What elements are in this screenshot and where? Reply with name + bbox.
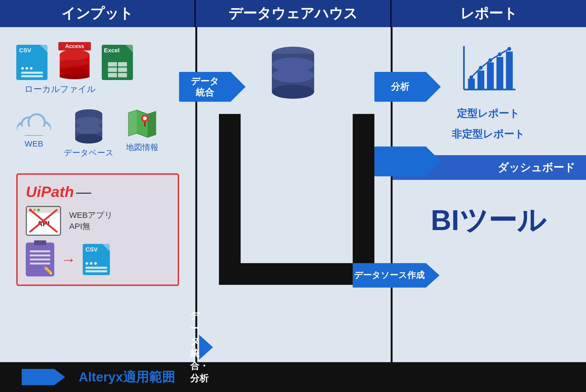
svg-point-31: [488, 58, 492, 62]
access-file-item: Access: [58, 42, 91, 80]
svg-rect-27: [496, 57, 503, 90]
svg-rect-24: [468, 79, 475, 90]
dwh-database-icon: [270, 46, 316, 106]
csv-output-icon: [83, 244, 110, 275]
database-item: データベース: [64, 109, 114, 158]
access-badge: Access: [58, 42, 91, 50]
clipboard-icon: ✏️: [26, 243, 54, 276]
svg-point-20: [272, 68, 314, 82]
header-dwh-label: データウェアハウス: [228, 4, 358, 23]
local-files-caption: ローカルファイル: [24, 83, 179, 95]
excel-icon: [102, 45, 133, 80]
bottom-arrow-icon: [22, 369, 54, 385]
svg-point-8: [75, 134, 102, 144]
report-chart-icon: [458, 43, 518, 98]
local-files-row: Access: [16, 42, 179, 80]
api-label: API無: [69, 221, 113, 232]
analysis-arrow-2: [374, 146, 426, 176]
report-labels: 定型レポート 非定型レポート: [407, 103, 570, 144]
svg-point-7: [75, 125, 102, 134]
excel-file-item: [102, 45, 133, 80]
web-db-map-row: WEB データベース: [16, 109, 179, 158]
u-shape-bottom: [219, 263, 374, 285]
data-integration-arrow: データ統合: [179, 72, 231, 102]
svg-marker-11: [148, 111, 156, 137]
access-icon: Access: [58, 42, 91, 80]
header-report: レポート: [391, 0, 586, 27]
map-icon: [127, 109, 157, 139]
csv-icon: [16, 45, 47, 80]
uipath-dash: ―: [76, 183, 91, 200]
datasource-label: データソース作成: [354, 269, 425, 281]
clipboard-csv-row: ✏️ →: [26, 243, 170, 276]
db-label: データベース: [64, 147, 114, 158]
svg-point-13: [143, 116, 147, 120]
cloud-icon: [16, 109, 52, 136]
bottom-bar: Alteryx適用範囲: [0, 362, 586, 392]
header-input: インプット: [0, 0, 196, 27]
svg-point-33: [507, 47, 511, 51]
teikei-label: 定型レポート: [407, 103, 570, 124]
svg-rect-3: [18, 126, 50, 135]
svg-rect-25: [477, 71, 484, 90]
svg-point-29: [469, 75, 473, 79]
svg-point-30: [479, 66, 483, 70]
svg-marker-10: [129, 110, 137, 136]
web-app-label: WEBアプリ: [69, 210, 113, 221]
svg-rect-26: [487, 62, 494, 90]
uipath-box: UiPath ― API: [16, 173, 179, 286]
hiteikei-label: 非定型レポート: [407, 124, 570, 144]
web-label: WEB: [25, 139, 43, 148]
svg-point-32: [498, 52, 502, 56]
svg-point-21: [272, 85, 314, 99]
map-item: 地図情報: [126, 109, 158, 153]
header-input-label: インプット: [61, 4, 133, 23]
api-icon: API: [26, 206, 61, 236]
input-column: Access: [0, 27, 195, 362]
web-item: WEB: [16, 109, 52, 148]
svg-rect-28: [506, 52, 513, 90]
map-label: 地図情報: [126, 142, 158, 153]
main-container: インプット データウェアハウス レポート: [0, 0, 586, 392]
analysis-label: 分析: [391, 81, 409, 93]
header-dwh: データウェアハウス: [196, 0, 391, 27]
uipath-title: UiPath: [26, 183, 74, 200]
u-shape-left: [219, 114, 241, 277]
header-row: インプット データウェアハウス レポート: [0, 0, 586, 27]
database-icon: [74, 109, 104, 144]
dashboard-label: ダッシュボード: [498, 161, 575, 173]
header-report-label: レポート: [460, 4, 517, 23]
api-row: API WEBアプリ API無: [26, 206, 170, 236]
clipboard-arrow: →: [61, 251, 76, 268]
scope-label: Alteryx適用範囲: [79, 368, 175, 386]
data-integration-analysis-arrow: データ統合・分析: [199, 335, 273, 359]
csv-file-item: [16, 45, 47, 80]
datasource-arrow: データソース作成: [353, 263, 426, 288]
u-shape-right: [353, 114, 374, 285]
analysis-arrow: 分析: [374, 72, 426, 102]
bi-tool-label: BIツール: [407, 180, 570, 240]
